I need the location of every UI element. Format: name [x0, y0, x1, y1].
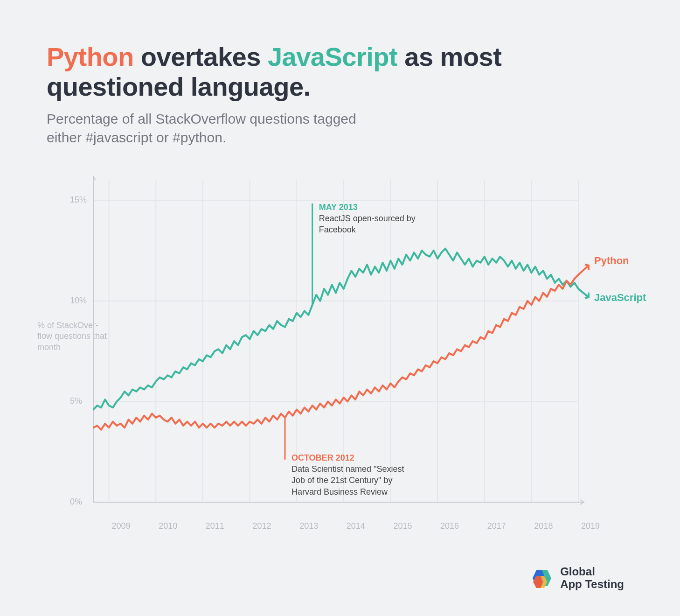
end-label-javascript: JavaScript [594, 292, 646, 304]
title-block: Python overtakes JavaScript as most ques… [47, 42, 633, 147]
y-tick-label: 15% [70, 195, 87, 205]
annotation-datascientist-date: OCTOBER 2012 [291, 452, 413, 463]
annotation-datascientist-text: Data Scientist named "Sexiest Job of the… [291, 463, 413, 497]
series-javascript [93, 248, 578, 409]
y-tick-label: 10% [70, 296, 87, 306]
x-tick-label: 2012 [252, 521, 271, 531]
annotation-reactjs-text: ReactJS open-sourced by Facebook [319, 213, 440, 236]
footer-brand: Global App Testing [530, 566, 624, 590]
title-mid1: overtakes [134, 42, 268, 71]
x-tick-label: 2018 [534, 521, 553, 531]
page-title: Python overtakes JavaScript as most ques… [47, 42, 633, 102]
x-tick-label: 2013 [299, 521, 318, 531]
x-tick-label: 2016 [440, 521, 459, 531]
title-word-python: Python [47, 42, 134, 71]
x-tick-label: 2014 [347, 521, 365, 531]
annotation-reactjs-date: MAY 2013 [319, 202, 440, 213]
y-tick-label: 0% [70, 497, 82, 507]
globalapptesting-logo-icon [530, 567, 554, 590]
x-tick-label: 2017 [487, 521, 506, 531]
series-python [93, 274, 578, 429]
subtitle: Percentage of all StackOverflow question… [47, 110, 373, 147]
annotation-reactjs: MAY 2013 ReactJS open-sourced by Faceboo… [319, 202, 440, 236]
x-tick-label: 2011 [206, 521, 224, 531]
y-tick-label: 5% [70, 396, 82, 406]
footer-brand-line1: Global [560, 566, 624, 578]
footer-brand-text: Global App Testing [560, 566, 624, 590]
x-tick-label: 2010 [159, 521, 177, 531]
end-label-python: Python [594, 255, 629, 267]
annotation-lines [285, 203, 312, 460]
annotation-datascientist: OCTOBER 2012 Data Scientist named "Sexie… [291, 452, 413, 497]
footer-brand-line2: App Testing [560, 578, 624, 590]
chart-area: % of StackOver-flow questions that month… [65, 175, 625, 539]
x-tick-label: 2019 [581, 521, 600, 531]
x-tick-label: 2009 [112, 521, 131, 531]
title-word-js: JavaScript [268, 42, 397, 71]
x-tick-label: 2015 [393, 521, 412, 531]
end-arrows [578, 264, 589, 298]
